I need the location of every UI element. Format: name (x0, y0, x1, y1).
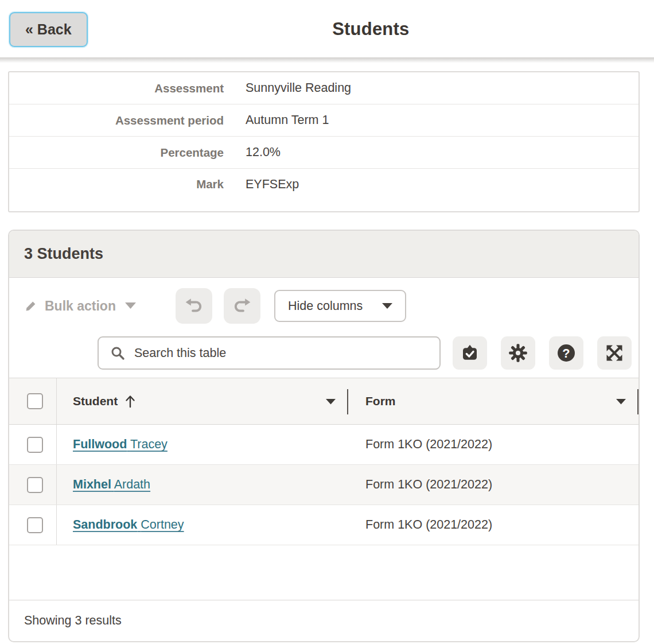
bulk-action-dropdown[interactable]: Bulk action (24, 298, 164, 314)
student-first-name: Tracey (130, 437, 168, 451)
column-header-form[interactable]: Form (348, 378, 639, 424)
detail-label: Assessment period (9, 114, 224, 127)
undo-icon (184, 297, 204, 315)
row-checkbox[interactable] (27, 437, 43, 453)
chevron-down-icon (125, 302, 136, 309)
svg-text:?: ? (562, 346, 570, 360)
form-value: Form 1KO (2021/2022) (365, 437, 492, 452)
bulk-action-label: Bulk action (45, 298, 116, 314)
student-last-name: Sandbrook (73, 518, 137, 532)
row-checkbox[interactable] (27, 517, 43, 533)
table-row: Sandbrook Cortney Form 1KO (2021/2022) (9, 505, 639, 545)
student-link[interactable]: Sandbrook Cortney (73, 518, 184, 532)
column-header-student[interactable]: Student (57, 378, 348, 424)
students-table: Student Form (9, 378, 639, 641)
students-panel: 3 Students Bulk action (8, 230, 640, 642)
student-last-name: Mixhel (73, 478, 111, 491)
chevron-down-icon (382, 303, 392, 309)
detail-value: Sunnyville Reading (246, 81, 351, 95)
student-last-name: Fullwood (73, 437, 127, 451)
redo-icon (232, 297, 252, 315)
table-row: Fullwood Tracey Form 1KO (2021/2022) (9, 425, 639, 465)
table-row: Mixhel Ardath Form 1KO (2021/2022) (9, 465, 639, 505)
hide-columns-label: Hide columns (288, 299, 363, 313)
bulk-select-button[interactable] (453, 336, 487, 370)
detail-label: Mark (9, 177, 224, 191)
students-section-header: 3 Students (9, 231, 639, 278)
select-all-checkbox[interactable] (27, 393, 43, 409)
table-search-box (98, 336, 441, 370)
undo-button[interactable] (176, 288, 212, 324)
row-checkbox-cell (9, 505, 57, 545)
table-footer: Showing 3 results (9, 600, 639, 641)
row-checkbox[interactable] (27, 477, 43, 493)
form-value: Form 1KO (2021/2022) (365, 478, 492, 492)
settings-button[interactable] (501, 336, 535, 370)
table-empty-space (9, 545, 639, 600)
question-mark-icon: ? (556, 343, 577, 363)
pencil-icon (24, 299, 38, 313)
assessment-details-panel: Assessment Sunnyville Reading Assessment… (8, 71, 640, 212)
check-square-icon (460, 343, 480, 363)
detail-value: EYFSExp (246, 177, 299, 192)
students-count-title: 3 Students (24, 245, 103, 263)
detail-row-assessment: Assessment Sunnyville Reading (9, 72, 639, 104)
gear-icon (508, 343, 528, 363)
page-title: Students (332, 19, 409, 39)
student-first-name: Ardath (114, 478, 150, 491)
page-header: « Back Students (0, 0, 654, 58)
table-toolbar-row2: ? (9, 336, 639, 370)
detail-row-assessment-period: Assessment period Autumn Term 1 (9, 104, 639, 137)
results-count-text: Showing 3 results (24, 614, 122, 628)
detail-row-mark: Mark EYFSExp (9, 169, 639, 211)
expand-arrows-icon (604, 343, 625, 363)
hide-columns-dropdown[interactable]: Hide columns (274, 290, 406, 322)
help-button[interactable]: ? (549, 336, 583, 370)
form-value: Form 1KO (2021/2022) (365, 518, 492, 532)
detail-value: Autumn Term 1 (246, 113, 329, 127)
student-column-label: Student (73, 394, 118, 408)
detail-label: Percentage (9, 146, 224, 160)
form-column-label: Form (365, 394, 396, 408)
header-checkbox-cell (9, 378, 57, 424)
student-link[interactable]: Mixhel Ardath (73, 478, 150, 492)
chevron-down-icon[interactable] (326, 399, 336, 405)
detail-label: Assessment (9, 82, 224, 95)
student-first-name: Cortney (141, 518, 184, 532)
search-icon (110, 346, 125, 360)
chevron-down-icon[interactable] (616, 399, 626, 405)
student-link[interactable]: Fullwood Tracey (73, 437, 168, 452)
search-input[interactable] (134, 346, 428, 360)
back-button[interactable]: « Back (9, 12, 88, 47)
row-checkbox-cell (9, 465, 57, 505)
table-tool-icons: ? (453, 336, 632, 370)
detail-value: 12.0% (246, 145, 281, 160)
detail-row-percentage: Percentage 12.0% (9, 137, 639, 169)
table-toolbar-row1: Bulk action (9, 288, 639, 324)
fullscreen-button[interactable] (597, 336, 632, 370)
sort-ascending-icon (124, 394, 136, 408)
redo-button[interactable] (224, 288, 260, 324)
row-checkbox-cell (9, 425, 57, 464)
table-header-row: Student Form (9, 378, 639, 425)
